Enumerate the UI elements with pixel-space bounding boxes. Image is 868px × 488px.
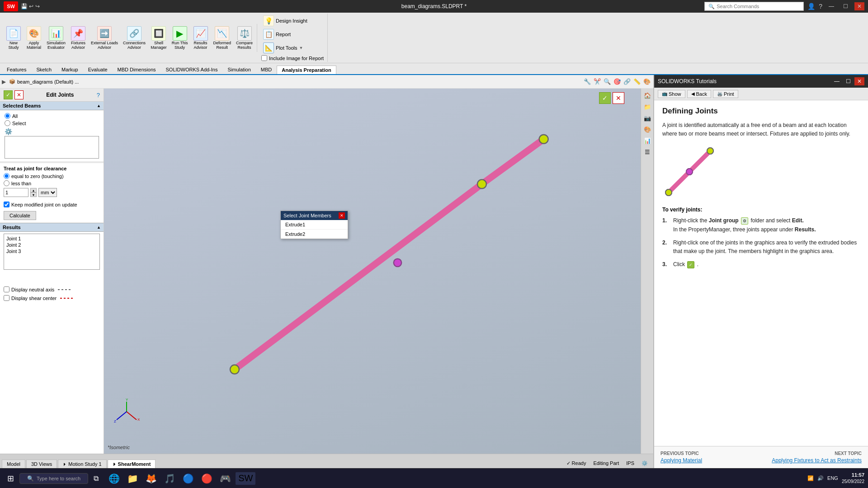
external-loads-btn[interactable]: ➡️ External LoadsAdvisor: [89, 25, 120, 51]
user-icon[interactable]: 👤: [807, 3, 815, 10]
compare-results-btn[interactable]: ⚖️ CompareResults: [234, 25, 255, 51]
joint-popup-item-1[interactable]: Extrude1: [281, 220, 348, 230]
tab-mbd-dim[interactable]: MBD Dimensions: [113, 65, 161, 74]
tab-sketch[interactable]: Sketch: [31, 65, 57, 74]
sound-icon[interactable]: 🔊: [817, 475, 824, 481]
collapse-arrow[interactable]: ▶: [2, 79, 6, 85]
sec-tool-2[interactable]: ✂️: [593, 77, 602, 86]
selected-beams-header[interactable]: Selected Beams ▲: [0, 102, 104, 110]
right-tb-paint[interactable]: 🎨: [642, 124, 652, 134]
app-chrome[interactable]: 🔵: [180, 472, 197, 485]
network-icon[interactable]: 📶: [807, 475, 814, 481]
minimize-btn[interactable]: —: [826, 2, 837, 10]
joint-popup-item-2[interactable]: Extrude2: [281, 230, 348, 239]
spin-up[interactable]: ▲: [30, 188, 37, 192]
tab-motion-study[interactable]: ⏵Motion Study 1: [58, 460, 106, 468]
panel-confirm-btn[interactable]: ✓: [4, 90, 13, 99]
radio-select[interactable]: Select: [5, 120, 99, 126]
report-btn[interactable]: 📋 Report: [261, 28, 292, 41]
simulation-evaluator-btn[interactable]: 📊 SimulationEvaluator: [44, 25, 68, 51]
deformed-result-btn[interactable]: 📉 DeformedResult: [211, 25, 234, 51]
tab-3d-views[interactable]: 3D Views: [26, 460, 57, 468]
keep-modified-row[interactable]: Keep modified joint on update: [0, 200, 104, 209]
tut-restore-btn[interactable]: ☐: [843, 77, 854, 85]
sec-tool-4[interactable]: 🎯: [613, 77, 622, 86]
panel-help-icon[interactable]: ?: [97, 92, 100, 99]
unit-select[interactable]: mm in: [38, 188, 57, 197]
results-box[interactable]: Joint 1 Joint 2 Joint 3: [4, 234, 100, 270]
spin-down[interactable]: ▼: [30, 192, 37, 197]
tab-model[interactable]: Model: [2, 460, 25, 468]
sec-tool-7[interactable]: 🎨: [642, 77, 651, 86]
task-view-btn[interactable]: ⧉: [90, 473, 102, 484]
search-commands-input[interactable]: [717, 4, 789, 9]
results-header[interactable]: Results ▲: [0, 223, 104, 232]
tab-markup[interactable]: Markup: [57, 65, 83, 74]
beam-select-box[interactable]: [5, 136, 99, 159]
panel-cancel-btn[interactable]: ✕: [14, 90, 24, 99]
tab-analysis-prep[interactable]: Analysis Preparation: [277, 66, 336, 74]
right-tb-home[interactable]: 🏠: [642, 90, 652, 100]
sec-tool-5[interactable]: 🔗: [623, 77, 632, 86]
tut-print-btn[interactable]: 🖨️ Print: [713, 90, 738, 98]
tab-addins[interactable]: SOLIDWORKS Add-Ins: [161, 65, 223, 74]
tut-close-btn[interactable]: ✕: [854, 77, 864, 85]
radio-all[interactable]: All: [5, 113, 99, 119]
close-btn[interactable]: ✕: [854, 2, 864, 10]
tab-features[interactable]: Features: [2, 65, 31, 74]
settings-icon[interactable]: ⚙️: [642, 460, 648, 466]
next-link[interactable]: Applying Fixtures to Act as Restraints: [772, 457, 862, 464]
restore-btn[interactable]: ☐: [840, 2, 851, 10]
search-commands-box[interactable]: 🔍: [704, 2, 804, 11]
app-music[interactable]: 🎵: [161, 472, 178, 485]
connections-advisor-btn[interactable]: 🔗 ConnectionsAdvisor: [121, 25, 148, 51]
design-insight-btn[interactable]: 💡 Design Insight: [261, 14, 309, 27]
results-advisor-btn[interactable]: 📈 ResultsAdvisor: [191, 25, 211, 51]
radio-equal[interactable]: equal to zero (touching): [4, 173, 100, 179]
svg-line-7: [127, 412, 137, 420]
display-neutral-axis-row[interactable]: Display neutral axis: [0, 285, 104, 294]
search-btn[interactable]: 🔍 Type here to search: [19, 473, 88, 484]
run-study-btn[interactable]: ▶ Run ThisStudy: [170, 25, 190, 51]
prev-link[interactable]: Applying Material: [660, 457, 702, 464]
app-solidworks[interactable]: SW: [236, 472, 255, 485]
tut-minimize-btn[interactable]: —: [831, 77, 842, 85]
tut-show-btn[interactable]: 📺 Show: [658, 90, 685, 98]
sec-tool-3[interactable]: 🔍: [603, 77, 612, 86]
radio-less[interactable]: less than: [4, 180, 100, 186]
start-btn[interactable]: ⊞: [4, 472, 18, 485]
app-orange[interactable]: 🔴: [198, 472, 215, 485]
tab-evaluate[interactable]: Evaluate: [83, 65, 113, 74]
joint-popup-close-btn[interactable]: ✕: [339, 212, 345, 219]
right-tb-folder[interactable]: 📁: [642, 102, 652, 112]
new-study-btn[interactable]: 📄 NewStudy: [4, 25, 24, 51]
help-icon[interactable]: ?: [819, 3, 822, 10]
fixtures-advisor-btn[interactable]: 📌 FixturesAdvisor: [68, 25, 88, 51]
tab-mbd[interactable]: MBD: [256, 65, 277, 74]
viewport-cancel-btn[interactable]: ✕: [613, 92, 624, 104]
app-firefox[interactable]: 🦊: [143, 472, 160, 485]
include-image-checkbox[interactable]: [261, 55, 267, 61]
viewport-confirm-btn[interactable]: ✓: [599, 92, 611, 104]
right-tb-camera[interactable]: 📷: [642, 113, 652, 123]
app-game[interactable]: 🎮: [217, 472, 234, 485]
right-tb-chart[interactable]: 📊: [642, 136, 652, 145]
calculate-btn[interactable]: Calculate: [4, 211, 36, 220]
tab-simulation[interactable]: Simulation: [222, 65, 255, 74]
right-tb-menu[interactable]: ☰: [642, 147, 652, 157]
svg-point-3: [394, 259, 401, 267]
app-files[interactable]: 📁: [124, 472, 141, 485]
clock[interactable]: 11:57 25/09/2022: [842, 472, 864, 485]
apply-material-btn[interactable]: 🎨 ApplyMaterial: [24, 25, 44, 51]
plot-tools-btn[interactable]: 📐 Plot Tools ▼: [261, 42, 305, 54]
display-shear-center-row[interactable]: Display shear center: [0, 294, 104, 302]
tab-shear-moment[interactable]: ⏵ShearMoment: [108, 460, 156, 468]
viewport[interactable]: ✓ ✕: [104, 89, 641, 454]
shell-manager-btn[interactable]: 🔲 ShellManager: [148, 25, 169, 51]
sec-tool-6[interactable]: 📏: [632, 77, 642, 86]
sec-tool-1[interactable]: 🔧: [583, 77, 592, 86]
lang-indicator: ENG: [827, 475, 838, 481]
app-edge[interactable]: 🌐: [106, 472, 123, 485]
tut-back-btn[interactable]: ◀ Back: [687, 90, 711, 98]
clearance-value-input[interactable]: [4, 188, 28, 197]
